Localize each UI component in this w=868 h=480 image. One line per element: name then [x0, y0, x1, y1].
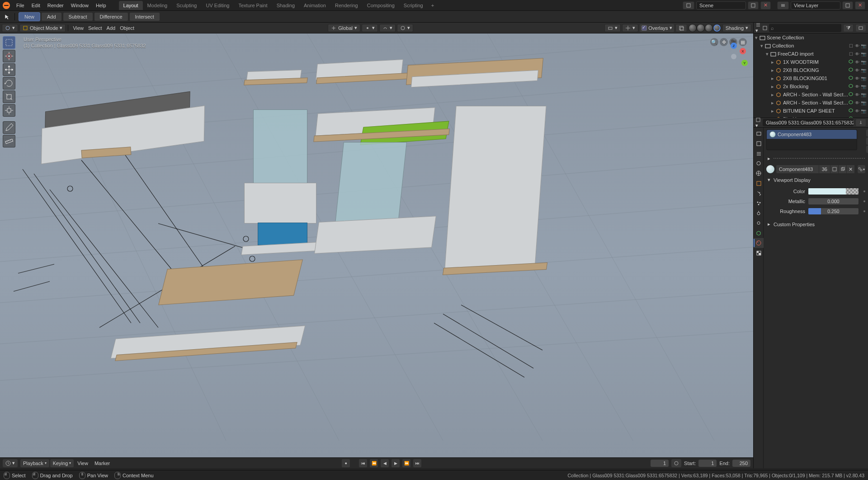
xray-toggle-button[interactable]: [675, 24, 687, 32]
tool-scale-button[interactable]: [3, 90, 15, 103]
render-tab[interactable]: [754, 128, 764, 138]
outliner-item[interactable]: ▸ARCH - Section - Wall Section K - 1 👁📷: [754, 90, 868, 99]
particles-tab[interactable]: [754, 198, 764, 208]
outliner-collection[interactable]: ▾Collection☐👁📷: [754, 42, 868, 50]
axis-z-icon[interactable]: Z: [731, 43, 737, 49]
jump-next-key-button[interactable]: ⏩: [402, 459, 410, 467]
outliner-new-collection-button[interactable]: [855, 24, 866, 32]
rendered-shading-button[interactable]: [713, 24, 721, 32]
viewport-menu-add[interactable]: Add: [104, 25, 118, 31]
viewport-menu-select[interactable]: Select: [86, 25, 104, 31]
gizmo-dropdown[interactable]: ▾: [622, 24, 638, 32]
disclosure-icon[interactable]: ▸: [770, 100, 775, 106]
outliner-item[interactable]: ▸2X8 BLOCKING001 👁📷: [754, 74, 868, 82]
constraints-tab[interactable]: [754, 218, 764, 228]
top-menu-edit[interactable]: Edit: [28, 1, 44, 10]
workspace-tab-texture-paint[interactable]: Texture Paint: [234, 1, 272, 10]
transform-orientation-dropdown[interactable]: Global▾: [328, 24, 360, 32]
timeline-menu-view[interactable]: View: [75, 459, 91, 467]
exclude-icon[interactable]: ☐: [848, 51, 854, 57]
bool-op-subtract[interactable]: Subtract: [63, 12, 93, 21]
workspace-tab-sculpting[interactable]: Sculpting: [172, 1, 201, 10]
hide-icon[interactable]: 👁: [854, 76, 860, 81]
tool-transform-button[interactable]: [3, 104, 15, 117]
material-copy-button[interactable]: [838, 165, 846, 173]
jump-last-button[interactable]: ⏭: [413, 459, 421, 467]
blender-logo-icon[interactable]: [3, 2, 10, 9]
viewport-display-panel-header[interactable]: ▾ Viewport Display: [766, 176, 865, 184]
roughness-slider[interactable]: 0.250: [808, 208, 859, 215]
workspace-tab-uv-editing[interactable]: UV Editing: [201, 1, 234, 10]
material-browse-button[interactable]: [766, 165, 774, 173]
material-slot-list[interactable]: Component483: [766, 129, 857, 150]
disclosure-icon[interactable]: ▸: [770, 92, 775, 98]
disclosure-icon[interactable]: ▸: [770, 76, 775, 81]
outliner-search-input[interactable]: ⌕: [769, 24, 841, 32]
pivot-point-dropdown[interactable]: ▾: [362, 24, 378, 32]
outliner-freecad-import[interactable]: ▾FreeCAD import☐👁📷: [754, 50, 868, 58]
material-user-count[interactable]: 36: [819, 165, 830, 173]
material-slot-item[interactable]: Component483: [767, 130, 857, 139]
disclosure-icon[interactable]: ▾: [759, 43, 764, 49]
tool-cursor-button[interactable]: [3, 50, 15, 62]
scene-delete-button[interactable]: ✕: [760, 1, 771, 10]
workspace-tab-layout[interactable]: Layout: [119, 1, 143, 10]
timeline-menu-marker[interactable]: Marker: [92, 459, 113, 467]
hide-icon[interactable]: 👁: [854, 100, 860, 105]
bool-op-add[interactable]: Add: [41, 12, 62, 21]
metallic-slider[interactable]: 0.000: [808, 198, 859, 205]
animate-dot-icon[interactable]: [863, 190, 865, 192]
tool-measure-button[interactable]: [3, 135, 15, 147]
outliner-editor-dropdown[interactable]: ▾: [755, 23, 761, 33]
hide-icon[interactable]: 👁: [854, 108, 860, 114]
disable-render-icon[interactable]: 📷: [861, 67, 866, 73]
disclosure-icon[interactable]: ▾: [764, 51, 770, 57]
disable-render-icon[interactable]: 📷: [861, 59, 866, 65]
outliner-scene-collection[interactable]: ▾Scene Collection: [754, 33, 868, 42]
properties-editor-dropdown[interactable]: ▾: [755, 117, 761, 128]
workspace-tab-rendering[interactable]: Rendering: [330, 1, 363, 10]
disclosure-icon[interactable]: ▾: [754, 35, 759, 41]
world-tab[interactable]: [754, 168, 764, 178]
start-frame-field[interactable]: 1: [698, 460, 717, 467]
custom-properties-panel-header[interactable]: ▸ Custom Properties: [766, 220, 865, 228]
bool-op-intersect[interactable]: Intersect: [129, 12, 160, 21]
material-unlink-button[interactable]: ✕: [846, 165, 854, 173]
tool-move-button[interactable]: [3, 63, 15, 76]
physics-tab[interactable]: [754, 208, 764, 218]
outliner-item[interactable]: ▸1X WOODTRIM 👁📷: [754, 58, 868, 66]
add-material-slot-button[interactable]: +: [866, 129, 868, 137]
disclosure-icon[interactable]: ▸: [770, 67, 775, 73]
scene-browse-button[interactable]: [683, 1, 694, 10]
material-slot-specials-button[interactable]: ▾: [866, 146, 868, 153]
viewlayer-delete-button[interactable]: ✕: [855, 1, 865, 10]
wireframe-shading-button[interactable]: [689, 24, 697, 32]
material-new-button[interactable]: [830, 165, 838, 173]
output-tab[interactable]: [754, 138, 764, 148]
tool-rotate-button[interactable]: [3, 77, 15, 90]
workspace-tab-modeling[interactable]: Modeling: [143, 1, 172, 10]
play-reverse-button[interactable]: ◀: [381, 459, 389, 467]
interaction-mode-dropdown[interactable]: Object Mode▾: [19, 24, 66, 32]
bool-op-difference[interactable]: Difference: [94, 12, 128, 21]
scene-name-field[interactable]: Scene: [696, 1, 746, 10]
disable-render-icon[interactable]: 📷: [861, 116, 866, 118]
outliner-item[interactable]: ▸2x Blocking 👁📷: [754, 82, 868, 90]
viewlayer-new-button[interactable]: [842, 1, 853, 10]
axis-x-icon[interactable]: X: [740, 48, 746, 54]
disable-render-icon[interactable]: 📷: [861, 84, 866, 89]
hide-icon[interactable]: 👁: [854, 92, 860, 97]
top-menu-render[interactable]: Render: [44, 1, 67, 10]
hide-icon[interactable]: 👁: [854, 59, 860, 65]
modifier-tab[interactable]: [754, 188, 764, 198]
proportional-edit-dropdown[interactable]: ▾: [397, 24, 413, 32]
hide-icon[interactable]: 👁: [854, 43, 860, 48]
workspace-tab-shading[interactable]: Shading: [272, 1, 299, 10]
end-frame-field[interactable]: 250: [732, 460, 750, 467]
lookdev-shading-button[interactable]: [705, 24, 713, 32]
viewlayer-name-field[interactable]: View Layer: [791, 1, 840, 10]
pin-button[interactable]: [855, 119, 866, 127]
viewport-menu-object[interactable]: Object: [118, 25, 137, 31]
disable-icon[interactable]: 📷: [861, 51, 866, 57]
object-tab[interactable]: [754, 178, 764, 188]
